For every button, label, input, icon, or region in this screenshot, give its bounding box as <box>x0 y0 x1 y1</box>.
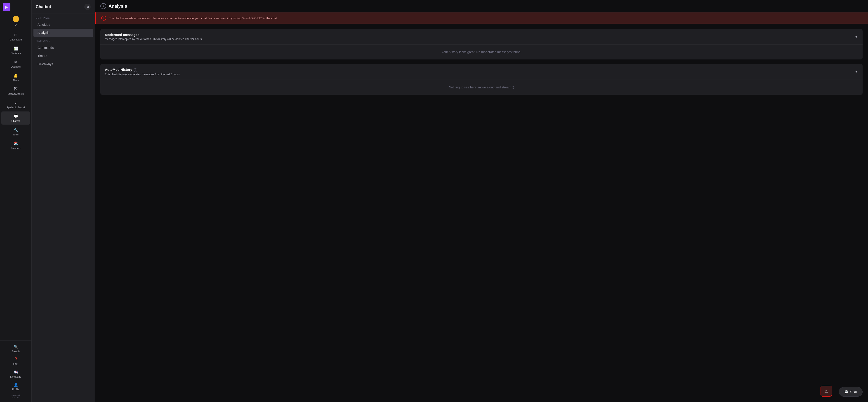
faq-icon: ❓ <box>13 357 18 362</box>
stream-assets-icon: 🖼 <box>13 87 18 92</box>
version-info: v54a35af ID: 172 <box>1 393 30 400</box>
bottom-item-profile[interactable]: 👤 Profile <box>1 380 30 393</box>
menu-item-automod[interactable]: AutoMod <box>33 21 93 29</box>
card-empty-automod-history: Nothing to see here, move along and stre… <box>449 86 514 89</box>
language-icon: 🇬🇧 <box>13 369 18 374</box>
cards-container: Moderated messages Messages intercepted … <box>100 29 863 95</box>
card-automod-history: AutoMod History? This chart displays mod… <box>100 64 863 95</box>
tools-icon: 🔧 <box>13 127 18 132</box>
stream-assets-label: Stream Assets <box>8 92 24 95</box>
card-title-moderated-messages: Moderated messages <box>105 33 203 37</box>
sidebar-nav: ⊞ Dashboard 📊 Statistics ⧉ Overlays 🔔 Al… <box>0 29 31 340</box>
menu-item-analysis[interactable]: Analysis <box>33 29 93 37</box>
logo[interactable]: ▶ <box>0 0 31 14</box>
card-subtitle-moderated-messages: Messages intercepted by the AutoMod. Thi… <box>105 37 203 41</box>
sidebar-item-statistics[interactable]: 📊 Statistics <box>1 43 30 57</box>
alerts-label: Alerts <box>12 79 19 82</box>
middle-panel: Chatbot ◀ SETTINGSAutoModAnalysisFEATURE… <box>32 0 95 402</box>
menu-item-timers[interactable]: Timers <box>33 52 93 60</box>
warning-text: The chatbot needs a moderator role on yo… <box>109 17 278 20</box>
viewer-count: 0 <box>15 23 17 27</box>
middle-sections: SETTINGSAutoModAnalysisFEATURESCommandsT… <box>32 14 95 68</box>
page-title: Analysis <box>108 4 127 9</box>
menu-item-giveaways[interactable]: Giveaways <box>33 60 93 68</box>
card-header-moderated-messages[interactable]: Moderated messages Messages intercepted … <box>100 29 863 44</box>
card-moderated-messages: Moderated messages Messages intercepted … <box>100 29 863 59</box>
sidebar-item-dashboard[interactable]: ⊞ Dashboard <box>1 30 30 43</box>
chat-fab-label: Chat <box>850 390 857 394</box>
warning-icon: ℹ <box>101 16 106 21</box>
sidebar-item-stream-assets[interactable]: 🖼 Stream Assets <box>1 84 30 97</box>
menu-item-commands[interactable]: Commands <box>33 43 93 52</box>
collapse-button[interactable]: ◀ <box>84 4 91 10</box>
bottom-item-faq[interactable]: ❓ FAQ <box>1 355 30 367</box>
sidebar-item-tutorials[interactable]: 📚 Tutorials <box>1 138 30 152</box>
content-area: Moderated messages Messages intercepted … <box>95 24 868 402</box>
status-indicator <box>13 16 19 22</box>
logo-icon: ▶ <box>3 3 10 11</box>
warning-triangle-icon: ⚠ <box>825 389 828 394</box>
warning-fab[interactable]: ⚠ <box>820 386 832 397</box>
main-content: ? Analysis ℹ The chatbot needs a moderat… <box>95 0 868 402</box>
tutorials-label: Tutorials <box>11 147 21 150</box>
chatbot-label: Chatbot <box>11 120 20 122</box>
bottom-item-language[interactable]: 🇬🇧 Language <box>1 368 30 380</box>
card-body-moderated-messages: Your history looks great. No moderated m… <box>100 44 863 59</box>
card-header-info-automod-history: AutoMod History? This chart displays mod… <box>105 68 180 76</box>
analysis-help-icon: ? <box>100 3 106 9</box>
faq-label: FAQ <box>13 363 18 365</box>
warning-banner: ℹ The chatbot needs a moderator role on … <box>95 12 868 24</box>
sidebar-item-tools[interactable]: 🔧 Tools <box>1 125 30 138</box>
overlays-label: Overlays <box>11 65 21 68</box>
section-label-features: FEATURES <box>32 37 95 43</box>
sidebar-item-epidemic-sound[interactable]: ♪ Epidemic Sound <box>1 98 30 111</box>
bottom-item-search[interactable]: 🔍 Search <box>1 342 30 354</box>
sidebar-item-chatbot[interactable]: 💬 Chatbot <box>1 112 30 125</box>
panel-title: Chatbot <box>36 4 51 9</box>
sidebar-item-alerts[interactable]: 🔔 Alerts <box>1 71 30 84</box>
help-icon-automod-history[interactable]: ? <box>133 68 137 72</box>
search-label: Search <box>12 350 20 353</box>
chatbot-icon: 💬 <box>13 114 18 119</box>
statistics-icon: 📊 <box>13 46 18 51</box>
chevron-automod-history-icon: ▼ <box>855 70 858 74</box>
panel-header: Chatbot ◀ <box>32 0 95 14</box>
section-label-settings: SETTINGS <box>32 14 95 21</box>
profile-icon: 👤 <box>13 382 18 387</box>
card-subtitle-automod-history: This chart displays moderated messages f… <box>105 73 180 76</box>
sidebar-bottom: 🔍 Search ❓ FAQ 🇬🇧 Language 👤 Profile v54… <box>0 340 31 402</box>
card-title-automod-history: AutoMod History? <box>105 68 180 72</box>
dashboard-icon: ⊞ <box>13 32 18 37</box>
main-header: ? Analysis <box>95 0 868 12</box>
card-header-automod-history[interactable]: AutoMod History? This chart displays mod… <box>100 64 863 80</box>
sidebar: ▶ 0 ⊞ Dashboard 📊 Statistics ⧉ Overlays … <box>0 0 32 402</box>
chat-fab-icon: 💬 <box>844 390 848 394</box>
dashboard-label: Dashboard <box>10 38 22 41</box>
card-body-automod-history: Nothing to see here, move along and stre… <box>100 80 863 95</box>
epidemic-sound-label: Epidemic Sound <box>6 106 25 109</box>
chat-fab-button[interactable]: 💬 Chat <box>839 387 863 397</box>
language-label: Language <box>10 375 21 378</box>
tools-label: Tools <box>13 133 19 136</box>
alerts-icon: 🔔 <box>13 73 18 78</box>
live-status: 0 <box>0 14 31 29</box>
search-icon: 🔍 <box>13 344 18 349</box>
epidemic-sound-icon: ♪ <box>13 100 18 105</box>
card-empty-moderated-messages: Your history looks great. No moderated m… <box>442 50 522 54</box>
chevron-moderated-messages-icon: ▼ <box>855 35 858 39</box>
profile-label: Profile <box>12 388 19 391</box>
tutorials-icon: 📚 <box>13 141 18 146</box>
sidebar-item-overlays[interactable]: ⧉ Overlays <box>1 57 30 70</box>
card-header-info-moderated-messages: Moderated messages Messages intercepted … <box>105 33 203 41</box>
statistics-label: Statistics <box>11 52 21 55</box>
overlays-icon: ⧉ <box>13 59 18 64</box>
